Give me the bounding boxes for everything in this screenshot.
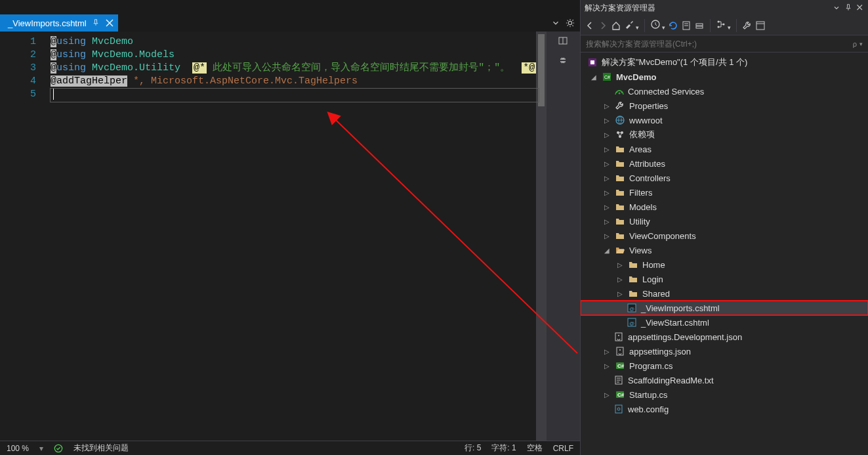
chevron-right-icon[interactable]: ▷ bbox=[616, 261, 624, 269]
wrench-icon[interactable] bbox=[742, 20, 753, 31]
status-col[interactable]: 字符: 1 bbox=[491, 443, 516, 454]
node-views[interactable]: ◢Views bbox=[581, 243, 868, 257]
node-wwwroot[interactable]: ▷wwwroot bbox=[581, 113, 868, 127]
tree-dropdown[interactable] bbox=[716, 19, 731, 32]
home-icon[interactable] bbox=[611, 20, 621, 31]
tab-filename: _ViewImports.cshtml bbox=[8, 18, 87, 28]
history-dropdown[interactable] bbox=[650, 19, 665, 32]
chevron-right-icon[interactable]: ▷ bbox=[616, 290, 624, 297]
tab-viewimports[interactable]: _ViewImports.cshtml bbox=[0, 14, 118, 32]
chevron-right-icon[interactable]: ▷ bbox=[603, 160, 611, 167]
folder-icon bbox=[615, 158, 625, 169]
search-input[interactable] bbox=[586, 39, 853, 49]
close-icon[interactable] bbox=[856, 4, 864, 12]
node-viewstart[interactable]: _ViewStart.cshtml bbox=[581, 315, 868, 330]
node-startup[interactable]: ▷Startup.cs bbox=[581, 387, 868, 402]
inline-marker: @* bbox=[192, 62, 207, 74]
solution-icon bbox=[587, 57, 598, 68]
solution-node[interactable]: 解决方案"MvcDemo"(1 个项目/共 1 个) bbox=[581, 55, 868, 70]
node-label: Views bbox=[629, 246, 651, 255]
node-connected-services[interactable]: Connected Services bbox=[581, 84, 868, 98]
scope-dropdown[interactable] bbox=[624, 19, 639, 32]
node-label: appsettings.json bbox=[629, 347, 691, 357]
node-shared[interactable]: ▷Shared bbox=[581, 286, 868, 301]
code-lines[interactable]: @using MvcDemo @using MvcDemo.Models @us… bbox=[51, 32, 536, 441]
project-label: MvcDemo bbox=[616, 72, 656, 82]
split-icon[interactable] bbox=[558, 35, 568, 46]
explorer-search[interactable]: ρ▾ bbox=[581, 35, 868, 53]
node-models[interactable]: ▷Models bbox=[581, 200, 868, 214]
node-program[interactable]: ▷Program.cs bbox=[581, 358, 868, 373]
wrench-icon bbox=[615, 100, 625, 111]
chevron-right-icon[interactable]: ▷ bbox=[603, 189, 611, 196]
solution-tree[interactable]: 解决方案"MvcDemo"(1 个项目/共 1 个) ◢ MvcDemo Con… bbox=[581, 53, 868, 455]
chevron-down-icon[interactable]: ◢ bbox=[603, 247, 611, 254]
vertical-scrollbar[interactable] bbox=[536, 32, 547, 441]
node-viewimports[interactable]: _ViewImports.cshtml bbox=[581, 301, 868, 315]
dropdown-icon[interactable] bbox=[551, 18, 560, 28]
config-icon bbox=[613, 404, 624, 414]
back-icon[interactable] bbox=[585, 20, 595, 31]
status-line[interactable]: 行: 5 bbox=[465, 443, 481, 454]
code-area[interactable]: 1 2 3 4 5 @using MvcDemo @using MvcDemo.… bbox=[0, 32, 580, 441]
node-areas[interactable]: ▷Areas bbox=[581, 142, 868, 156]
pin-icon[interactable] bbox=[92, 19, 100, 27]
kw-using: using bbox=[56, 62, 86, 74]
gear-icon[interactable] bbox=[566, 18, 575, 28]
node-filters[interactable]: ▷Filters bbox=[581, 185, 868, 200]
chevron-right-icon[interactable]: ▷ bbox=[603, 175, 611, 182]
node-webconfig[interactable]: web.config bbox=[581, 402, 868, 416]
forward-icon[interactable] bbox=[598, 20, 608, 31]
node-appsettings-dev[interactable]: appsettings.Development.json bbox=[581, 330, 868, 344]
close-icon[interactable] bbox=[105, 18, 114, 28]
chevron-right-icon[interactable]: ▷ bbox=[616, 276, 624, 283]
collapse-icon[interactable] bbox=[558, 55, 568, 66]
chevron-right-icon[interactable]: ▷ bbox=[603, 131, 611, 139]
kw-using: using bbox=[56, 49, 86, 60]
node-home[interactable]: ▷Home bbox=[581, 257, 868, 272]
explorer-toolbar bbox=[581, 16, 868, 35]
dropdown-icon[interactable] bbox=[833, 4, 840, 12]
node-viewcomponents[interactable]: ▷ViewComponents bbox=[581, 228, 868, 243]
caret bbox=[53, 88, 54, 100]
node-attributes[interactable]: ▷Attributes bbox=[581, 156, 868, 171]
chevron-right-icon[interactable]: ▷ bbox=[603, 232, 611, 240]
chevron-right-icon[interactable]: ▷ bbox=[603, 348, 611, 355]
chevron-right-icon[interactable]: ▷ bbox=[603, 218, 611, 225]
folder-icon bbox=[615, 216, 625, 227]
node-appsettings[interactable]: ▷appsettings.json bbox=[581, 344, 868, 358]
status-indent[interactable]: 空格 bbox=[527, 443, 543, 454]
comment: 此处可导入公共命名空间，导入命名空间时结尾不需要加封号"；"。 bbox=[213, 62, 510, 74]
zoom-level[interactable]: 100 % bbox=[7, 444, 29, 453]
node-properties[interactable]: ▷Properties bbox=[581, 98, 868, 113]
project-node[interactable]: ◢ MvcDemo bbox=[581, 70, 868, 84]
node-utility[interactable]: ▷Utility bbox=[581, 214, 868, 228]
tree-icon bbox=[716, 19, 726, 30]
pin-icon[interactable] bbox=[844, 4, 852, 12]
node-login[interactable]: ▷Login bbox=[581, 272, 868, 286]
folder-icon bbox=[615, 202, 625, 212]
editor-pane: _ViewImports.cshtml 1 2 3 4 5 @using Mvc… bbox=[0, 0, 580, 455]
chevron-right-icon[interactable]: ▷ bbox=[603, 204, 611, 211]
node-controllers[interactable]: ▷Controllers bbox=[581, 171, 868, 185]
no-issues-label[interactable]: 未找到相关问题 bbox=[73, 443, 129, 454]
properties-icon[interactable] bbox=[755, 20, 766, 31]
chevron-right-icon[interactable]: ▷ bbox=[603, 391, 611, 399]
node-label: Startup.cs bbox=[629, 390, 668, 400]
chevron-down-icon[interactable]: ◢ bbox=[590, 74, 598, 81]
cs-icon bbox=[615, 389, 625, 400]
stack-icon[interactable] bbox=[694, 20, 705, 31]
node-dependencies[interactable]: ▷依赖项 bbox=[581, 127, 868, 142]
folder-icon bbox=[628, 274, 638, 284]
chevron-right-icon[interactable]: ▷ bbox=[603, 146, 611, 153]
status-eol[interactable]: CRLF bbox=[553, 444, 573, 453]
node-scaffolding[interactable]: ScaffoldingReadMe.txt bbox=[581, 373, 868, 387]
doc-icon[interactable] bbox=[681, 20, 692, 31]
chevron-right-icon[interactable]: ▷ bbox=[603, 362, 611, 370]
chevron-right-icon[interactable]: ▷ bbox=[603, 102, 611, 110]
json-icon bbox=[613, 332, 624, 342]
chevron-right-icon[interactable]: ▷ bbox=[603, 117, 611, 124]
refresh-icon[interactable] bbox=[668, 20, 678, 31]
node-label: Filters bbox=[629, 188, 652, 198]
scroll-thumb[interactable] bbox=[538, 34, 545, 106]
